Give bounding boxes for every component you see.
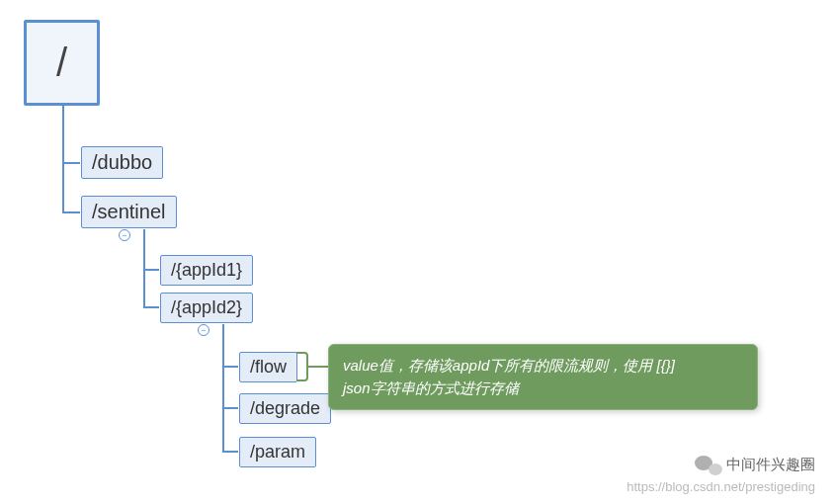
connector	[222, 366, 238, 368]
tree-node-sentinel[interactable]: /sentinel	[81, 196, 177, 228]
collapse-toggle-icon[interactable]: −	[198, 324, 209, 336]
connector	[222, 407, 238, 409]
tree-node-degrade[interactable]: /degrade	[239, 393, 331, 424]
connector	[143, 306, 159, 308]
tree-node-appid2[interactable]: /{appId2}	[160, 293, 253, 323]
connector	[62, 162, 80, 164]
tree-node-flow[interactable]: /flow	[239, 352, 297, 382]
connector	[62, 211, 80, 213]
connector	[143, 269, 159, 271]
wechat-icon	[695, 454, 722, 477]
connector	[62, 105, 64, 213]
tree-node-root[interactable]: /	[24, 20, 100, 106]
watermark: 中间件兴趣圈 https://blog.csdn.net/prestigedin…	[626, 454, 815, 494]
tooltip-line1: value值，存储该appId下所有的限流规则，使用 [{}]	[343, 355, 743, 378]
collapse-toggle-icon[interactable]: −	[119, 229, 130, 241]
tree-node-appid1[interactable]: /{appId1}	[160, 255, 253, 286]
connector	[308, 366, 328, 368]
tree-node-param[interactable]: /param	[239, 437, 316, 467]
tooltip-line2: json字符串的方式进行存储	[343, 378, 743, 400]
tooltip-box: value值，存储该appId下所有的限流规则，使用 [{}] json字符串的…	[328, 344, 758, 410]
watermark-url: https://blog.csdn.net/prestigeding	[626, 479, 815, 494]
bracket-connector	[296, 352, 308, 381]
connector	[222, 451, 238, 453]
watermark-title-text: 中间件兴趣圈	[726, 456, 815, 472]
tree-node-dubbo[interactable]: /dubbo	[81, 146, 163, 179]
watermark-title: 中间件兴趣圈	[626, 454, 815, 477]
connector	[222, 324, 224, 453]
